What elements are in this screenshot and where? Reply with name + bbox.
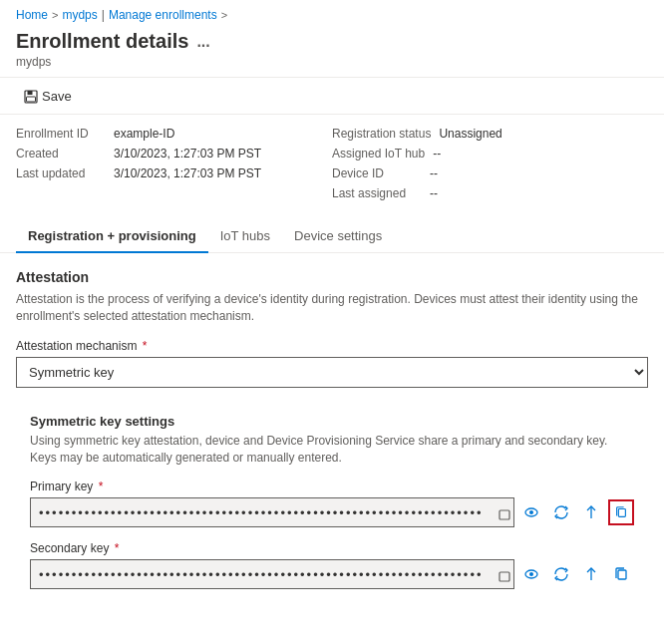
details-left: Enrollment ID example-ID Created 3/10/20… <box>16 127 332 200</box>
breadcrumb-mydps[interactable]: mydps <box>62 8 97 22</box>
primary-key-eye-button[interactable] <box>518 499 544 525</box>
device-id-label: Device ID <box>332 166 422 180</box>
svg-rect-2 <box>27 97 36 102</box>
page-header: Enrollment details ... mydps <box>0 26 664 77</box>
symmetric-key-section: Symmetric key settings Using symmetric k… <box>16 402 648 616</box>
breadcrumb-manage[interactable]: Manage enrollments <box>109 8 217 22</box>
reg-status-row: Registration status Unassigned <box>332 127 648 141</box>
svg-rect-3 <box>499 510 509 519</box>
save-button[interactable]: Save <box>16 84 80 108</box>
mechanism-required: * <box>139 339 147 353</box>
tab-content-registration: Attestation Attestation is the process o… <box>0 253 664 631</box>
attestation-desc: Attestation is the process of verifying … <box>16 291 648 325</box>
last-updated-row: Last updated 3/10/2023, 1:27:03 PM PST <box>16 166 332 180</box>
secondary-key-refresh-button[interactable] <box>548 561 574 587</box>
last-assigned-row: Last assigned -- <box>332 186 648 200</box>
breadcrumb-home[interactable]: Home <box>16 8 48 22</box>
more-options-dots[interactable]: ... <box>196 33 209 51</box>
secondary-key-label: Secondary key * <box>30 541 634 555</box>
created-value: 3/10/2023, 1:27:03 PM PST <box>114 147 261 161</box>
secondary-key-wrapper <box>30 559 514 589</box>
page-subtitle: mydps <box>16 55 648 69</box>
primary-key-copy-button[interactable] <box>608 499 634 525</box>
primary-key-input[interactable] <box>30 497 514 527</box>
enrollment-id-label: Enrollment ID <box>16 127 106 141</box>
last-updated-label: Last updated <box>16 166 106 180</box>
tabs-bar: Registration + provisioning IoT hubs Dev… <box>0 220 664 253</box>
breadcrumb-pipe: | <box>102 8 105 22</box>
page-title-text: Enrollment details <box>16 30 188 53</box>
device-id-row: Device ID -- <box>332 166 648 180</box>
secondary-key-arrows-button[interactable] <box>578 561 604 587</box>
mechanism-label: Attestation mechanism * <box>16 339 648 353</box>
breadcrumb-sep2: > <box>221 9 227 21</box>
primary-key-group: Primary key * <box>30 480 634 527</box>
svg-rect-15 <box>618 570 626 579</box>
mechanism-select[interactable]: Symmetric key <box>16 357 648 388</box>
reg-status-value: Unassigned <box>439 127 501 141</box>
reg-status-label: Registration status <box>332 127 431 141</box>
primary-key-row <box>30 497 634 527</box>
last-updated-value: 3/10/2023, 1:27:03 PM PST <box>114 166 261 180</box>
assigned-hub-label: Assigned IoT hub <box>332 147 425 161</box>
primary-key-bar-icon <box>498 504 510 520</box>
created-label: Created <box>16 147 106 161</box>
save-icon <box>24 88 38 104</box>
created-row: Created 3/10/2023, 1:27:03 PM PST <box>16 147 332 161</box>
secondary-key-group: Secondary key * <box>30 541 634 589</box>
attestation-mechanism-group: Attestation mechanism * Symmetric key <box>16 339 648 388</box>
toolbar: Save <box>0 78 664 115</box>
svg-rect-11 <box>499 572 509 581</box>
secondary-key-row <box>30 559 634 589</box>
secondary-key-required: * <box>111 541 119 555</box>
primary-key-arrows-button[interactable] <box>578 499 604 525</box>
assigned-hub-row: Assigned IoT hub -- <box>332 147 648 161</box>
tab-devicesettings[interactable]: Device settings <box>282 220 394 253</box>
enrollment-id-value: example-ID <box>114 127 174 141</box>
tab-iothubs[interactable]: IoT hubs <box>208 220 282 253</box>
primary-key-wrapper <box>30 497 514 527</box>
details-right: Registration status Unassigned Assigned … <box>332 127 648 200</box>
device-id-value: -- <box>430 166 438 180</box>
symkey-title: Symmetric key settings <box>30 414 634 429</box>
primary-key-refresh-button[interactable] <box>548 499 574 525</box>
secondary-key-eye-button[interactable] <box>518 561 544 587</box>
symkey-desc: Using symmetric key attestation, device … <box>30 433 634 467</box>
svg-rect-10 <box>618 509 625 517</box>
svg-point-8 <box>529 510 533 514</box>
primary-key-label: Primary key * <box>30 480 634 493</box>
tab-registration[interactable]: Registration + provisioning <box>16 220 208 253</box>
last-assigned-label: Last assigned <box>332 186 422 200</box>
secondary-key-bar-icon <box>498 566 510 582</box>
secondary-key-input[interactable] <box>30 559 514 589</box>
details-grid: Enrollment ID example-ID Created 3/10/20… <box>0 115 664 212</box>
breadcrumb-sep1: > <box>52 9 58 21</box>
secondary-key-copy-button[interactable] <box>608 561 634 587</box>
attestation-title: Attestation <box>16 269 648 285</box>
enrollment-id-row: Enrollment ID example-ID <box>16 127 332 141</box>
primary-key-required: * <box>95 480 103 493</box>
assigned-hub-value: -- <box>433 147 441 161</box>
svg-rect-1 <box>28 91 33 95</box>
svg-point-13 <box>529 572 533 576</box>
last-assigned-value: -- <box>430 186 438 200</box>
breadcrumb: Home > mydps | Manage enrollments > <box>0 0 664 26</box>
save-label: Save <box>42 89 72 104</box>
